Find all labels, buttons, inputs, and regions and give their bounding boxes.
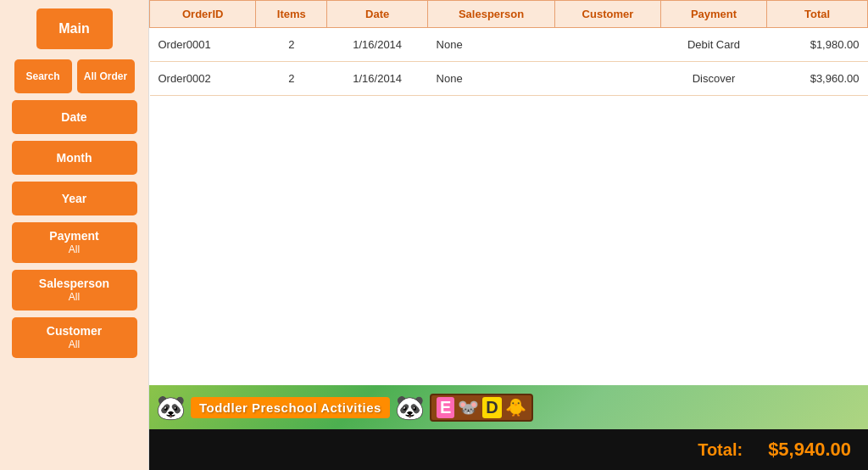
- table-row[interactable]: Order0001 2 1/16/2014 None Debit Card $1…: [150, 28, 868, 62]
- main-button[interactable]: Main: [36, 8, 113, 49]
- salesperson-sub-label: All: [69, 291, 80, 303]
- col-header-date: Date: [327, 1, 428, 28]
- cell-items: 2: [256, 28, 327, 62]
- customer-sub-label: All: [69, 339, 80, 350]
- month-button[interactable]: Month: [12, 141, 137, 175]
- payment-sub-label: All: [69, 243, 80, 255]
- cell-orderid: Order0001: [150, 28, 256, 62]
- letter-d: D: [482, 397, 501, 418]
- cell-total: $3,960.00: [767, 62, 868, 96]
- customer-label: Customer: [47, 324, 102, 339]
- search-button[interactable]: Search: [14, 59, 72, 93]
- cell-customer: [555, 28, 661, 62]
- mouse-icon: 🐭: [458, 397, 479, 417]
- panda-left-icon: 🐼: [156, 394, 186, 422]
- letter-e: E: [437, 397, 454, 418]
- search-allorder-row: Search All Order: [7, 59, 142, 93]
- cell-salesperson: None: [428, 62, 555, 96]
- date-button[interactable]: Date: [12, 100, 137, 134]
- year-button[interactable]: Year: [12, 182, 137, 215]
- cell-date: 1/16/2014: [327, 28, 428, 62]
- col-header-customer: Customer: [555, 1, 661, 28]
- banner: 🐼 Toddler Preschool Activities 🐼 E 🐭 D 🐥: [149, 385, 868, 429]
- col-header-payment: Payment: [660, 1, 766, 28]
- col-header-orderid: OrderID: [150, 1, 256, 28]
- total-label: Total:: [698, 440, 743, 460]
- col-header-salesperson: Salesperson: [428, 1, 555, 28]
- cell-items: 2: [256, 62, 327, 96]
- salesperson-button[interactable]: Salesperson All: [12, 270, 137, 311]
- allorder-button[interactable]: All Order: [77, 59, 135, 93]
- table-wrapper: OrderID Items Date Salesperson Customer …: [149, 0, 868, 385]
- cell-total: $1,980.00: [767, 28, 868, 62]
- salesperson-label: Salesperson: [39, 277, 109, 291]
- payment-button[interactable]: Payment All: [12, 222, 137, 263]
- duck-icon: 🐥: [505, 397, 526, 417]
- table-row[interactable]: Order0002 2 1/16/2014 None Discover $3,9…: [150, 62, 868, 96]
- table-header-row: OrderID Items Date Salesperson Customer …: [150, 1, 868, 28]
- cell-date: 1/16/2014: [327, 62, 428, 96]
- banner-text: Toddler Preschool Activities: [191, 397, 390, 418]
- cell-orderid: Order0002: [150, 62, 256, 96]
- orders-table: OrderID Items Date Salesperson Customer …: [149, 0, 868, 96]
- table-body: Order0001 2 1/16/2014 None Debit Card $1…: [150, 28, 868, 96]
- cell-customer: [555, 62, 661, 96]
- cell-payment: Discover: [660, 62, 766, 96]
- sidebar: Main Search All Order Date Month Year Pa…: [0, 0, 148, 470]
- customer-button[interactable]: Customer All: [12, 317, 137, 358]
- payment-label: Payment: [49, 229, 98, 243]
- cell-salesperson: None: [428, 28, 555, 62]
- sign-box: E 🐭 D 🐥: [430, 394, 533, 422]
- main-content: OrderID Items Date Salesperson Customer …: [148, 0, 868, 470]
- col-header-total: Total: [767, 1, 868, 28]
- total-value: $5,940.00: [768, 439, 851, 461]
- panda-right-icon: 🐼: [395, 394, 425, 422]
- cell-payment: Debit Card: [660, 28, 766, 62]
- footer-total: Total: $5,940.00: [149, 429, 868, 470]
- col-header-items: Items: [256, 1, 327, 28]
